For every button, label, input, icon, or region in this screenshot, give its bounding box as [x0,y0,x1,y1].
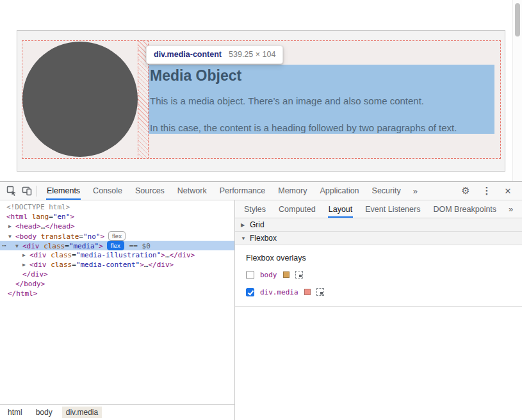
code-token: > [161,251,165,259]
flexbox-section-label: Flexbox [250,234,277,243]
code-token: <body [15,232,41,241]
breadcrumb-item-html[interactable]: html [4,407,26,418]
code-token: … [165,251,170,259]
code-token: > [140,261,144,269]
overlay-color-swatch [283,271,290,278]
tab-elements[interactable]: Elements [40,182,86,200]
disclosure-open-icon[interactable]: ▼ [8,232,15,241]
tooltip-element-name: div.media-content [154,50,222,59]
tab-application[interactable]: Application [313,182,365,200]
sidebar-more-tabs-chevron[interactable]: » [503,204,519,214]
flex-badge[interactable]: flex [107,241,124,250]
tree-line[interactable]: ▼<body translate="no">flex [0,231,234,241]
active-element-hint: == $0 [129,242,151,250]
tab-network[interactable]: Network [171,182,213,200]
close-devtools-icon[interactable]: ✕ [500,183,516,198]
overlay-checkbox[interactable] [246,288,254,296]
code-token: = [72,251,76,259]
flexbox-overlay-list: bodydiv.media [235,270,522,297]
overlay-element-label: div.media [260,288,298,296]
tree-line[interactable]: <!DOCTYPE html> [0,202,234,212]
page-scrollbar[interactable] [512,0,522,181]
flexbox-pane: Flexbox overlays bodydiv.media [235,245,522,307]
tab-security[interactable]: Security [366,182,407,200]
sidebar-tabs-row: StylesComputedLayoutEvent ListenersDOM B… [235,200,522,218]
flexbox-overlay-row: body [235,270,522,280]
code-token: = [65,242,69,250]
overlay-picker-icon[interactable] [316,288,324,296]
code-token: > [100,232,104,241]
overlay-picker-icon[interactable] [295,271,303,279]
code-token: class [51,251,72,259]
tooltip-dimensions: 539.25 × 104 [229,50,275,59]
breadcrumb-item-div-media[interactable]: div.media [62,407,102,418]
media-object-paragraph-1: This is a media object. There’s an image… [150,95,494,106]
code-token: "media-illustration" [76,251,161,259]
tree-line[interactable]: </div> [0,270,234,279]
media-content-highlight: Media Object This is a media object. The… [149,65,494,134]
grid-section-header[interactable]: ▶ Grid [235,218,522,232]
tab-sources[interactable]: Sources [129,182,171,200]
media-object-heading: Media Object [150,67,494,85]
code-token: </div> [170,251,195,259]
flexbox-overlays-label: Flexbox overlays [246,254,522,262]
tab-console[interactable]: Console [86,182,129,200]
code-token: "media" [69,242,99,250]
code-token: "media-content" [76,261,140,269]
more-tabs-chevron[interactable]: » [407,186,423,196]
tree-line[interactable]: <html lang="en"> [0,212,234,222]
toolbar-right-controls: ⚙ ⋮ ✕ [458,183,522,198]
tree-line[interactable]: </body> [0,279,234,289]
disclosure-closed-icon[interactable]: ▶ [22,260,29,270]
code-token: = [79,232,83,241]
code-token: <head> [15,222,41,230]
overlay-element-label: body [260,271,277,279]
device-toolbar-icon[interactable] [19,183,35,198]
tree-line[interactable]: ▶<div class="media-illustration">…</div> [0,250,234,260]
code-token: </html> [8,289,37,298]
disclosure-closed-icon[interactable]: ▶ [8,222,15,231]
tree-line[interactable]: </html> [0,289,234,298]
tab-performance[interactable]: Performance [213,182,272,200]
inspect-element-icon[interactable] [4,183,19,198]
breadcrumb-item-body[interactable]: body [32,407,56,418]
tree-line[interactable]: ▶<head>…</head> [0,222,234,231]
code-token: translate [41,232,79,241]
flexbox-section-header[interactable]: ▼ Flexbox [235,232,522,245]
styles-sidebar: StylesComputedLayoutEvent ListenersDOM B… [235,200,522,420]
overlay-color-swatch [304,289,311,295]
overlay-checkbox[interactable] [246,271,254,279]
flexbox-overlay-row: div.media [235,287,522,297]
code-token: "no" [83,232,101,241]
flex-badge[interactable]: flex [108,231,126,241]
tree-line[interactable]: ▶<div class="media-content">…</div> [0,260,234,270]
devtools-main: <!DOCTYPE html><html lang="en">▶<head>…<… [0,200,522,420]
scrollbar-thumb[interactable] [515,3,520,36]
sidebar-tabs: StylesComputedLayoutEvent ListenersDOM B… [238,200,503,218]
sidebar-tab-event-listeners[interactable]: Event Listeners [359,200,427,218]
code-token: class [44,242,65,250]
tree-line[interactable]: ⋯▼<div class="media">flex== $0 [0,241,234,250]
media-object-paragraph-2: In this case, the content is a heading f… [150,122,494,133]
code-token: </head> [45,222,74,230]
code-token: <div [22,242,44,250]
kebab-menu-icon[interactable]: ⋮ [479,183,494,198]
code-token: <html [6,213,32,221]
code-token: class [51,261,72,269]
toolbar-divider [37,186,37,197]
disclosure-closed-icon[interactable]: ▶ [22,250,29,260]
tab-memory[interactable]: Memory [272,182,313,200]
settings-gear-icon[interactable]: ⚙ [458,183,473,198]
disclosure-open-icon: ▼ [241,236,246,241]
sidebar-tab-layout[interactable]: Layout [322,200,359,218]
media-illustration-circle [22,42,138,157]
disclosure-open-icon[interactable]: ▼ [15,241,22,251]
sidebar-tab-styles[interactable]: Styles [238,200,272,218]
more-actions-icon[interactable]: ⋯ [2,241,6,250]
inspect-tooltip: div.media-content 539.25 × 104 [146,45,283,64]
sidebar-tab-computed[interactable]: Computed [272,200,322,218]
devtools-panel: ElementsConsoleSourcesNetworkPerformance… [0,181,522,420]
sidebar-tab-dom-breakpoints[interactable]: DOM Breakpoints [427,200,503,218]
code-token: </body> [15,280,45,288]
disclosure-closed-icon: ▶ [241,222,246,228]
